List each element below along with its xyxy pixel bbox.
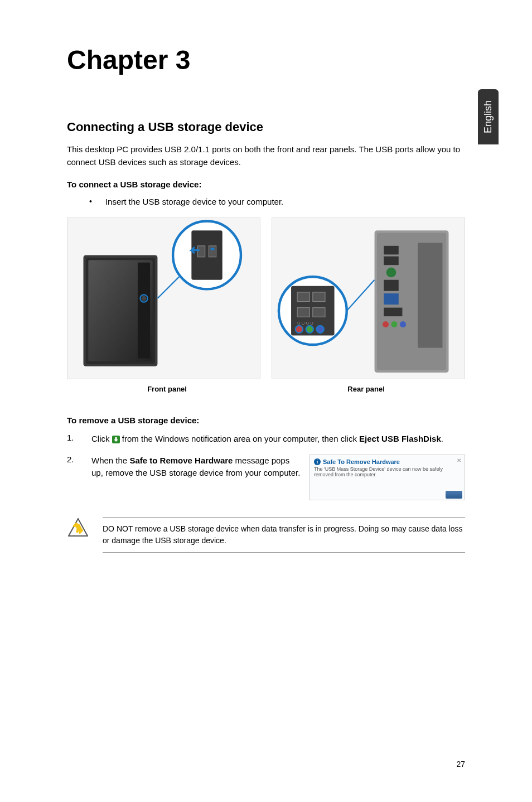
- front-panel-illustration: [67, 218, 260, 379]
- svg-point-4: [142, 296, 147, 301]
- svg-point-32: [316, 326, 323, 333]
- notification-popup: ✕ i Safe To Remove Hardware The 'USB Mas…: [309, 455, 465, 500]
- svg-line-34: [347, 280, 375, 311]
- page-content: Chapter 3 Connecting a USB storage devic…: [0, 0, 532, 575]
- step1-end: .: [441, 434, 443, 443]
- front-caption: Front panel: [147, 385, 187, 393]
- svg-point-21: [383, 321, 389, 327]
- chapter-title: Chapter 3: [67, 45, 465, 75]
- remove-heading: To remove a USB storage device:: [67, 416, 465, 425]
- connect-bullet-text: Insert the USB storage device to your co…: [105, 197, 283, 206]
- notification-tray-icon: [446, 491, 462, 499]
- svg-rect-8: [209, 246, 216, 257]
- svg-rect-15: [384, 246, 399, 255]
- language-tab: English: [478, 89, 499, 144]
- front-panel-image: [67, 218, 260, 379]
- notification-close-icons: ✕: [457, 457, 461, 463]
- svg-rect-27: [313, 292, 325, 302]
- svg-rect-6: [191, 230, 222, 280]
- svg-rect-26: [297, 292, 309, 302]
- svg-rect-18: [384, 280, 399, 291]
- info-icon: i: [314, 458, 321, 465]
- rear-panel-illustration: U U U U: [272, 218, 465, 379]
- step-2: 2. When the Safe to Remove Hardware mess…: [67, 455, 465, 500]
- step1-post: from the Windows notification area on yo…: [122, 434, 359, 443]
- step-1-text: Click from the Windows notification area…: [91, 433, 465, 446]
- svg-point-31: [306, 326, 313, 333]
- warning-icon: [67, 517, 89, 539]
- step2-pre: When the: [91, 456, 129, 465]
- step-number-2: 2.: [67, 455, 91, 500]
- svg-rect-16: [384, 257, 399, 265]
- svg-text:U   U   U   U: U U U U: [297, 321, 313, 326]
- svg-point-23: [400, 321, 406, 327]
- warning-box: DO NOT remove a USB storage device when …: [67, 517, 465, 553]
- svg-rect-19: [384, 293, 399, 305]
- svg-rect-20: [384, 308, 402, 317]
- rear-panel-image: U U U U: [272, 218, 465, 379]
- image-row: U U U U: [67, 218, 465, 379]
- svg-rect-29: [313, 308, 325, 317]
- connect-bullet-row: • Insert the USB storage device to your …: [89, 197, 465, 206]
- svg-rect-14: [418, 243, 442, 347]
- step-2-text: When the Safe to Remove Hardware message…: [91, 455, 302, 500]
- svg-point-17: [386, 268, 396, 278]
- usb-tray-icon: [112, 436, 120, 443]
- rear-caption: Rear panel: [347, 385, 384, 393]
- page-number: 27: [456, 760, 465, 769]
- svg-rect-3: [138, 263, 150, 359]
- step1-bold: Eject USB FlashDisk: [359, 434, 441, 443]
- svg-line-10: [157, 277, 179, 298]
- step2-bold: Safe to Remove Hardware: [129, 456, 233, 465]
- step-1: 1. Click from the Windows notification a…: [67, 433, 465, 446]
- svg-rect-28: [297, 308, 309, 317]
- svg-rect-7: [197, 246, 205, 257]
- svg-point-22: [391, 321, 397, 327]
- warning-text: DO NOT remove a USB storage device when …: [103, 517, 465, 553]
- notification-body: The 'USB Mass Storage Device' device can…: [314, 466, 460, 477]
- step1-pre: Click: [91, 434, 112, 443]
- notification-title: Safe To Remove Hardware: [323, 458, 400, 465]
- section-title: Connecting a USB storage device: [67, 120, 465, 134]
- step-number-1: 1.: [67, 433, 91, 446]
- svg-rect-9: [211, 248, 215, 250]
- svg-point-30: [296, 326, 303, 333]
- bullet-dot: •: [89, 197, 92, 206]
- caption-row: Front panel Rear panel: [67, 385, 465, 393]
- section-intro: This desktop PC provides USB 2.0/1.1 por…: [67, 143, 465, 168]
- connect-heading: To connect a USB storage device:: [67, 180, 465, 189]
- notification-title-row: i Safe To Remove Hardware: [314, 458, 460, 465]
